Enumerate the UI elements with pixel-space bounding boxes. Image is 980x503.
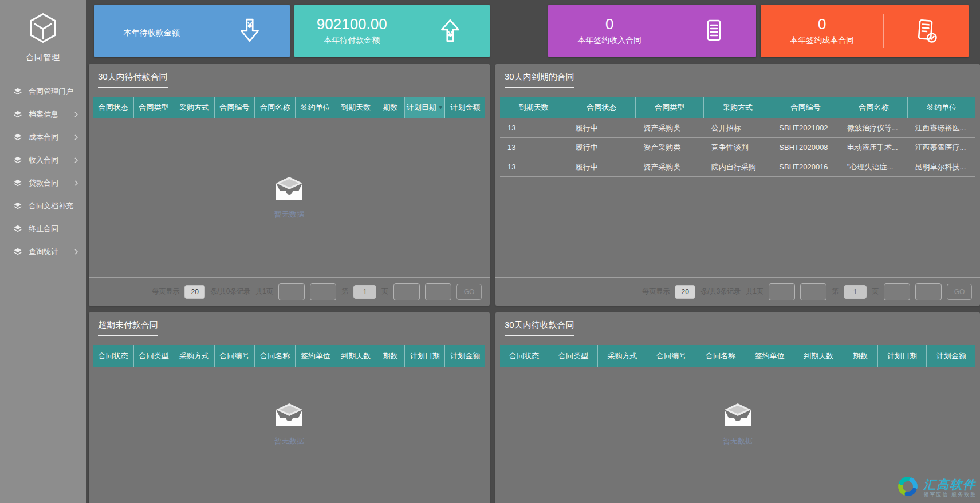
card-signed-cost-contracts[interactable]: 0 本年签约成本合同 [761,5,969,57]
column-header[interactable]: 到期天数 [794,345,844,367]
card-receivable-amount[interactable]: 本年待收款金额 ¥ [94,5,290,57]
column-header[interactable]: 计划金额 [927,345,975,367]
column-header[interactable]: 期数 [376,97,405,118]
go-button[interactable]: GO [456,284,482,300]
sidebar-item-label: 档案信息 [29,109,58,120]
go-button[interactable]: GO [947,284,972,300]
table-body [495,177,980,277]
column-header[interactable]: 合同类型 [134,345,175,367]
table-row[interactable]: 13 履行中 资产采购类 公开招标 SBHT2021002 微波治疗仪等... … [500,118,975,138]
column-header[interactable]: 合同状态 [93,345,134,367]
table-body: 暂无数据 [89,118,490,277]
column-header[interactable]: 采购方式 [174,97,215,118]
last-page-button[interactable] [425,283,451,300]
sidebar-item-label: 合同文档补充 [29,201,73,211]
card-label: 本年待收款金额 [124,28,180,38]
pagination-bar: 每页显示 20 条/共3条记录 共1页 第 1 页 GO [495,277,980,306]
column-header[interactable]: 合同编号 [215,345,255,367]
table-row[interactable]: 13 履行中 资产采购类 竞争性谈判 SBHT2020008 电动液压手术...… [500,138,975,157]
column-header[interactable]: 到期天数 [500,97,568,118]
card-label: 本年签约成本合同 [790,35,854,46]
per-page-input[interactable]: 20 [675,285,695,299]
column-header[interactable]: 采购方式 [598,345,647,367]
sidebar-item-terminate-contract[interactable]: 终止合同 [0,217,86,240]
layers-icon [13,86,23,97]
column-header[interactable]: 签约单位 [745,345,794,367]
column-header-sorted[interactable]: 计划日期 ▼ [405,97,446,118]
per-page-label: 每页显示 [642,287,670,296]
next-page-button[interactable] [884,283,910,300]
column-header[interactable]: 签约单位 [296,97,336,118]
page-prefix-label: 第 [832,287,839,296]
column-header[interactable]: 采购方式 [704,97,772,118]
records-label: 条/共0条记录 [210,287,250,296]
sidebar-item-query-statistics[interactable]: 查询统计 [0,240,86,263]
watermark-subtitle: 领军医信 服务致胜 [923,492,977,497]
column-header[interactable]: 合同名称 [696,345,746,367]
column-header[interactable]: 计划金额 [445,97,485,118]
column-header[interactable]: 合同类型 [636,97,704,118]
document-lines-icon [671,5,756,57]
sidebar-item-contract-doc-supplement[interactable]: 合同文档补充 [0,195,86,217]
column-header[interactable]: 到期天数 [336,345,377,367]
column-header[interactable]: 合同编号 [215,97,255,118]
main-content: 本年待收款金额 ¥ 902100.00 本年待付款金额 ¥ [89,5,980,503]
sidebar-item-loan-contract[interactable]: 贷款合同 [0,172,86,195]
column-header[interactable]: 合同状态 [93,97,134,118]
first-page-button[interactable] [769,283,795,300]
column-header-label: 计划日期 [407,102,436,113]
column-header[interactable]: 到期天数 [336,97,377,118]
cell: 13 [500,163,568,171]
cell: 履行中 [568,142,636,153]
column-header[interactable]: 合同状态 [568,97,636,118]
svg-text:¥: ¥ [447,30,452,39]
column-header[interactable]: 计划日期 [878,345,927,367]
column-header[interactable]: 采购方式 [174,345,215,367]
column-header[interactable]: 计划金额 [445,345,485,367]
first-page-button[interactable] [278,283,305,300]
column-header[interactable]: 合同状态 [500,345,549,367]
column-header[interactable]: 合同编号 [647,345,696,367]
sidebar-item-cost-contract[interactable]: 成本合同 [0,126,86,149]
card-signed-income-contracts[interactable]: 0 本年签约收入合同 [548,5,756,57]
column-header[interactable]: 签约单位 [296,345,336,367]
table: 合同状态 合同类型 采购方式 合同编号 合同名称 签约单位 到期天数 期数 计划… [93,345,485,367]
column-header[interactable]: 计划日期 [405,345,446,367]
panel-title: 30天内到期的合同 [505,72,574,88]
table-row[interactable]: 13 履行中 资产采购类 院内自行采购 SBHT2020016 "心理失语症..… [500,157,975,177]
sidebar-item-label: 收入合同 [29,155,58,165]
sidebar-item-archive-info[interactable]: 档案信息 [0,103,86,126]
column-header[interactable]: 合同编号 [772,97,840,118]
prev-page-button[interactable] [800,283,826,300]
cell: "心理失语症... [840,162,908,172]
column-header[interactable]: 合同名称 [840,97,908,118]
column-header[interactable]: 合同名称 [255,97,296,118]
chevron-right-icon [73,248,79,255]
column-header[interactable]: 期数 [843,345,877,367]
column-header[interactable]: 合同类型 [549,345,599,367]
page-number-input[interactable]: 1 [844,285,867,299]
per-page-input[interactable]: 20 [184,285,205,299]
prev-page-button[interactable] [310,283,336,300]
cell: 资产采购类 [636,162,704,172]
sidebar-item-income-contract[interactable]: 收入合同 [0,149,86,172]
cell: SBHT2020016 [772,163,840,171]
sidebar-item-contract-portal[interactable]: 合同管理门户 [0,80,86,103]
layers-icon [13,224,23,234]
page-number-input[interactable]: 1 [353,285,376,299]
svg-text:¥: ¥ [247,21,253,30]
empty-text: 暂无数据 [274,209,304,220]
column-header[interactable]: 签约单位 [908,97,975,118]
column-header[interactable]: 合同名称 [255,345,296,367]
sidebar-item-label: 终止合同 [29,224,58,234]
next-page-button[interactable] [393,283,420,300]
column-header[interactable]: 期数 [376,345,405,367]
panel-title: 30天内待收款合同 [505,320,574,336]
last-page-button[interactable] [915,283,942,300]
column-header[interactable]: 合同类型 [134,97,175,118]
table-header-row: 合同状态 合同类型 采购方式 合同编号 合同名称 签约单位 到期天数 期数 计划… [93,97,485,118]
records-label: 条/共3条记录 [700,287,741,296]
card-payable-amount[interactable]: 902100.00 本年待付款金额 ¥ [294,5,490,57]
panel-expiring-30days: 30天内到期的合同 到期天数 合同状态 合同类型 采购方式 合同编号 合同名称 … [495,64,980,306]
sort-desc-icon: ▼ [438,105,443,110]
